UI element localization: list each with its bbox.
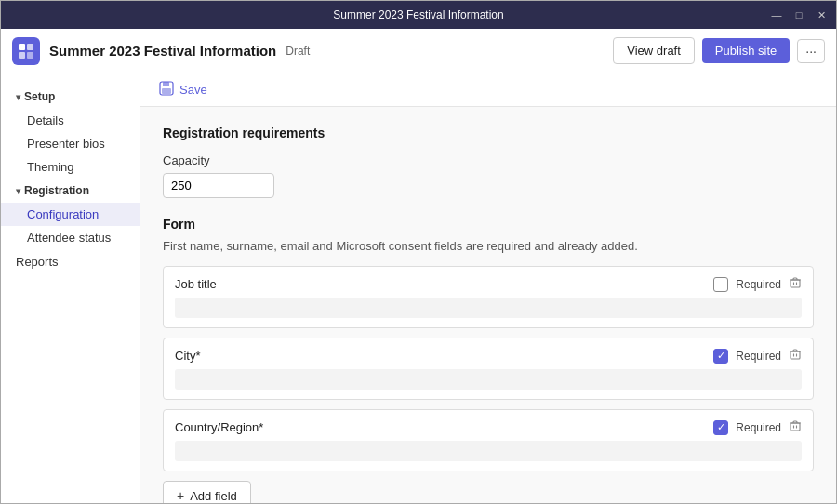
sidebar: ▾ Setup Details Presenter bios Theming ▾…: [1, 73, 140, 504]
sidebar-item-configuration[interactable]: Configuration: [1, 203, 140, 226]
capacity-input[interactable]: [163, 173, 274, 198]
window-controls: — □ ✕: [769, 7, 829, 22]
delete-icon-job-title[interactable]: [789, 276, 802, 292]
sidebar-item-presenter-bios[interactable]: Presenter bios: [1, 132, 140, 155]
field-card-city: City* ✓ Required: [163, 338, 814, 400]
app-title: Summer 2023 Festival Information: [49, 43, 276, 59]
required-label-country-region: Required: [736, 421, 781, 434]
more-options-button[interactable]: ···: [797, 39, 825, 63]
publish-site-button[interactable]: Publish site: [702, 38, 790, 63]
sidebar-item-reports[interactable]: Reports: [1, 249, 140, 274]
save-icon: [159, 81, 174, 99]
form-section-title: Form: [163, 217, 814, 232]
field-actions-country-region: ✓ Required: [713, 419, 802, 435]
field-input-country-region: [175, 441, 802, 461]
field-input-city: [175, 369, 802, 390]
svg-rect-3: [27, 52, 33, 59]
registration-chevron: ▾: [16, 186, 20, 196]
svg-rect-15: [790, 423, 800, 431]
registration-requirements-title: Registration requirements: [163, 126, 814, 140]
view-draft-button[interactable]: View draft: [613, 37, 695, 64]
app-logo-icon: [18, 43, 34, 60]
app-draft-badge: Draft: [286, 45, 310, 58]
required-checkbox-city[interactable]: ✓: [713, 349, 728, 364]
svg-rect-2: [19, 52, 25, 59]
header-actions: View draft Publish site ···: [613, 37, 825, 64]
add-field-button[interactable]: + Add field: [163, 481, 251, 504]
main-layout: ▾ Setup Details Presenter bios Theming ▾…: [1, 73, 836, 504]
svg-rect-6: [162, 88, 171, 94]
field-name-city: City*: [175, 349, 200, 363]
field-input-job-title: [175, 298, 802, 318]
setup-chevron: ▾: [16, 92, 20, 102]
plus-icon: +: [177, 488, 184, 503]
delete-icon-city[interactable]: [789, 348, 802, 364]
svg-rect-1: [27, 44, 33, 50]
app-logo: [12, 37, 40, 65]
main-content: Save Registration requirements Capacity …: [140, 73, 836, 504]
sidebar-item-theming[interactable]: Theming: [1, 155, 140, 179]
svg-rect-5: [163, 82, 169, 86]
form-description: First name, surname, email and Microsoft…: [163, 239, 814, 253]
required-checkbox-job-title[interactable]: [713, 277, 728, 292]
window-title: Summer 2023 Festival Information: [333, 8, 503, 21]
sidebar-item-details[interactable]: Details: [1, 109, 140, 132]
field-card-country-region: Country/Region* ✓ Required: [163, 409, 814, 471]
required-label-job-title: Required: [736, 278, 781, 291]
required-label-city: Required: [736, 350, 781, 363]
content-body: Registration requirements Capacity Form …: [140, 107, 836, 504]
title-bar: Summer 2023 Festival Information — □ ✕: [1, 1, 836, 29]
svg-rect-11: [790, 351, 800, 359]
minimize-button[interactable]: —: [769, 7, 784, 22]
delete-icon-country-region[interactable]: [789, 419, 802, 435]
close-button[interactable]: ✕: [814, 7, 829, 22]
sidebar-section-registration[interactable]: ▾ Registration: [1, 179, 140, 203]
field-actions-job-title: Required: [713, 276, 802, 292]
setup-label: Setup: [24, 90, 55, 103]
sidebar-section-setup[interactable]: ▾ Setup: [1, 85, 140, 109]
registration-label: Registration: [24, 184, 89, 197]
field-card-job-title: Job title Required: [163, 266, 814, 328]
svg-rect-0: [19, 44, 25, 50]
maximize-button[interactable]: □: [791, 7, 806, 22]
content-toolbar: Save: [140, 73, 836, 107]
required-checkbox-country-region[interactable]: ✓: [713, 420, 728, 435]
sidebar-item-attendee-status[interactable]: Attendee status: [1, 226, 140, 249]
add-field-label: Add field: [190, 489, 237, 503]
capacity-label: Capacity: [163, 153, 814, 167]
svg-rect-7: [790, 280, 800, 287]
save-button[interactable]: Save: [179, 83, 207, 97]
field-name-country-region: Country/Region*: [175, 420, 263, 434]
app-header: Summer 2023 Festival Information Draft V…: [1, 29, 836, 73]
field-actions-city: ✓ Required: [713, 348, 802, 364]
field-name-job-title: Job title: [175, 277, 217, 291]
